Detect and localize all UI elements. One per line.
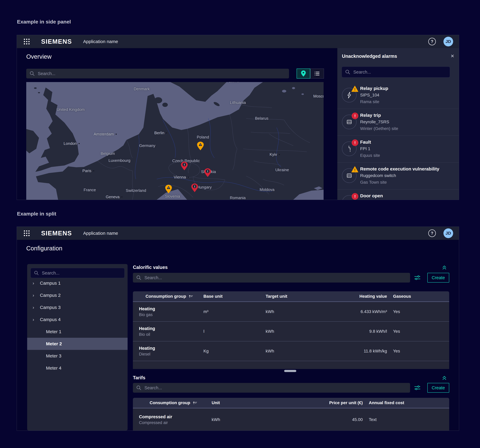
alarm-title: Remote code execution vulnerability (360, 166, 456, 172)
alarm-site-name: Winter (Gethen) site (360, 125, 456, 132)
warning-map-pin-icon[interactable]: ! (197, 141, 204, 151)
sidebar-item-campus-2[interactable]: ›Campus 2 (27, 289, 127, 301)
critical-map-pin-icon[interactable]: ! (191, 183, 198, 192)
sidebar-item-campus-1[interactable]: ›Campus 1 (27, 277, 127, 289)
cell-heating-value: 6.433 kWh/m³ (324, 302, 387, 321)
app-launcher-icon[interactable] (24, 39, 30, 44)
collapse-icon[interactable] (441, 375, 447, 381)
map-city-dot (78, 143, 80, 144)
siemens-logo: SIEMENS (41, 38, 72, 45)
sidebar-item-meter-4[interactable]: Meter 4 (27, 362, 127, 374)
alarm-list-item[interactable]: !Door openFPI 1 (337, 189, 459, 200)
sidebar-item-campus-3[interactable]: ›Campus 3 (27, 301, 127, 314)
warning-map-pin-icon[interactable]: ! (165, 185, 172, 194)
cell-heating-value: 11.8 kWh/kg (324, 341, 387, 361)
map-country-label: Denmark (134, 87, 150, 91)
chevron-right-icon[interactable]: › (33, 280, 40, 286)
alarm-list-item[interactable]: !FaultFPI 1Equus site (337, 136, 459, 163)
sidebar-item-meter-1[interactable]: Meter 1 (27, 326, 127, 338)
search-icon (30, 71, 35, 76)
tarifs-create-button[interactable]: Create (427, 383, 449, 393)
cell-annual-fixed-cost: Text (363, 408, 449, 431)
column-consumption-group[interactable]: Consumption group (133, 294, 200, 299)
application-name: Application name (83, 231, 118, 236)
table-row[interactable]: HeatingBio oillkWh9.8 kWh/lYes (133, 322, 449, 341)
alarm-list-item[interactable]: !Relay tripReyrolle_7SRSWinter (Gethen) … (337, 109, 459, 136)
list-view-toggle[interactable] (310, 69, 324, 78)
map-city-dot (279, 154, 280, 155)
calorific-create-button[interactable]: Create (427, 273, 449, 283)
overview-search-input[interactable] (37, 71, 289, 76)
chevron-right-icon[interactable]: › (33, 317, 40, 322)
horizontal-scrollbar-thumb[interactable] (284, 370, 296, 372)
alarm-title: Relay pickup (360, 85, 456, 92)
column-price-per-unit: Price per unit (€) (285, 400, 363, 405)
alarm-site-name: Gas Town site (360, 179, 456, 186)
avatar[interactable]: JD (444, 228, 453, 238)
column-consumption-group[interactable]: Consumption group (133, 400, 208, 405)
critical-badge-icon: ! (352, 139, 358, 146)
cell-group-label: Heating (139, 368, 155, 369)
map-city-label: Moscow (313, 94, 324, 98)
alarm-device-icon: ! (342, 139, 357, 156)
cell-base-unit: l (200, 322, 262, 341)
map-country-label: Germany (139, 143, 155, 148)
cell-consumption-group: HeatingBio oil (133, 322, 200, 341)
cell-group-label: Compressed air (139, 414, 172, 420)
alarms-panel: Unacknowledged alarms ✕ !Relay pickupSIP… (337, 48, 459, 200)
close-icon[interactable]: ✕ (451, 54, 454, 58)
map-country-label: France (84, 188, 96, 192)
chevron-right-icon[interactable]: › (33, 293, 40, 298)
calorific-search (133, 273, 410, 283)
warning-badge-icon: ! (351, 166, 358, 173)
calorific-search-input[interactable] (144, 275, 410, 280)
collapse-icon[interactable] (441, 264, 447, 270)
search-icon (34, 271, 39, 275)
map-city-label: London (64, 141, 80, 146)
map-city-label: Berlin (154, 131, 167, 135)
alarm-device-name: SIPS_104 (360, 92, 456, 98)
alarm-list-item[interactable]: !Relay pickupSIPS_104Rama site (337, 82, 459, 109)
map-canvas[interactable]: DenmarkLatviaMoscowLithuaniaUnited Kingd… (26, 82, 324, 200)
chevron-right-icon[interactable]: › (33, 305, 40, 310)
svg-text:!: ! (354, 168, 355, 172)
column-gaseous: Gaseous (387, 294, 449, 299)
cell-heating-value: 9.8 kWh/l (324, 322, 387, 341)
tarifs-table: Consumption group Unit Price per unit (€… (133, 398, 449, 431)
cell-consumption-group: HeatingDiesel (133, 341, 200, 361)
sidebar-search-input[interactable] (42, 270, 124, 276)
tarifs-search-input[interactable] (144, 385, 410, 391)
cell-base-unit: m³ (200, 361, 262, 369)
app-launcher-icon[interactable] (24, 230, 30, 236)
help-icon[interactable]: ? (428, 38, 436, 45)
table-row[interactable]: HeatingBio gasm³kWh6.433 kWh/m³Yes (133, 302, 449, 322)
cell-target-unit: kWh (262, 341, 324, 361)
filter-icon[interactable] (414, 274, 421, 281)
map-view-toggle[interactable] (296, 69, 310, 78)
sidebar-item-meter-3[interactable]: Meter 3 (27, 350, 127, 362)
sidebar-item-campus-4[interactable]: ›Campus 4 (27, 314, 127, 326)
filter-icon[interactable] (414, 385, 421, 391)
cell-price-per-unit: 45.00 (285, 408, 363, 431)
avatar[interactable]: JD (444, 37, 453, 46)
critical-map-pin-icon[interactable]: ! (204, 168, 211, 177)
table-row[interactable]: Heatingm³kWh6.433 kWh/m³No (133, 361, 449, 369)
alarm-title: Fault (360, 139, 456, 146)
table-row[interactable]: HeatingDieselKgkWh11.8 kWh/kgYes (133, 341, 449, 361)
svg-text:!: ! (200, 143, 201, 146)
application-name: Application name (83, 39, 118, 44)
siemens-logo: SIEMENS (41, 230, 72, 237)
critical-badge-icon: ! (352, 112, 358, 119)
alarm-list-item[interactable]: !Remote code execution vulnerabilityRugg… (337, 163, 459, 189)
alarms-search-input[interactable] (353, 70, 450, 75)
alarm-site-name: Rama site (360, 98, 456, 105)
cell-subgroup-label: Bio gas (139, 312, 153, 318)
alarm-list: !Relay pickupSIPS_104Rama site!Relay tri… (337, 82, 459, 200)
sidebar-item-meter-2[interactable]: Meter 2 (27, 338, 127, 350)
alarm-device-name: Ruggedcom switch (360, 172, 456, 179)
map-city-dot (121, 196, 122, 197)
critical-map-pin-icon[interactable]: ! (181, 161, 188, 171)
table-row[interactable]: Compressed airCompressed airkWh45.00Text (133, 408, 449, 431)
help-icon[interactable]: ? (428, 230, 436, 237)
cell-consumption-group: Compressed airCompressed air (133, 408, 208, 431)
